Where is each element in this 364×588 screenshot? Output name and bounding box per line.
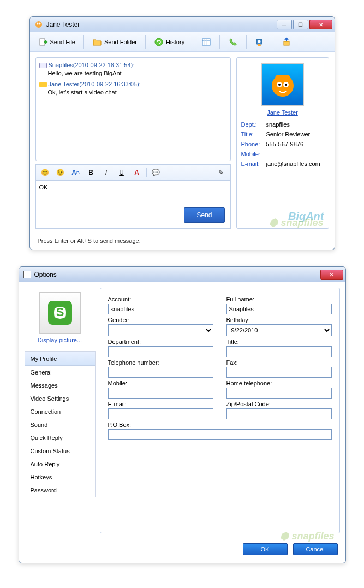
maximize-button[interactable]: ☐ — [293, 20, 308, 29]
dept-label: Dept.: — [241, 121, 266, 128]
nav-item-connection[interactable]: Connection — [25, 405, 95, 418]
telephone-input[interactable] — [108, 367, 213, 378]
gender-select[interactable]: - - — [108, 324, 213, 336]
mobile-value — [266, 151, 324, 157]
window-title: Options — [34, 271, 320, 278]
send-button[interactable]: Send — [184, 207, 224, 223]
title-label: Title: — [241, 131, 266, 138]
svg-point-18 — [285, 84, 287, 86]
message-history[interactable]: Snapfiles(2010-09-22 16:31:54): Hello, w… — [35, 57, 231, 161]
zip-input[interactable] — [226, 408, 332, 419]
upload-icon — [282, 37, 291, 47]
contact-name-link[interactable]: Jane Tester — [241, 109, 324, 116]
separator — [246, 35, 247, 49]
message: Snapfiles(2010-09-22 16:31:54): Hello, w… — [39, 61, 227, 78]
phone-label: Phone: — [241, 141, 266, 147]
font-button[interactable]: AB — [70, 167, 82, 178]
chat-bubble-button[interactable]: 💬 — [150, 167, 162, 178]
fax-input[interactable] — [226, 367, 332, 378]
svg-text:S: S — [56, 305, 64, 319]
font-color-button[interactable]: A — [131, 167, 143, 178]
signature-button[interactable]: ✎ — [215, 167, 227, 178]
envelope-icon — [39, 82, 47, 87]
send-folder-label: Send Folder — [104, 39, 137, 45]
zip-label: Zip/Postal Code: — [226, 401, 332, 407]
telephone-label: Telephone number: — [108, 359, 213, 366]
svg-rect-11 — [284, 41, 289, 45]
transfer-button[interactable] — [277, 34, 296, 50]
phone-icon — [228, 37, 238, 47]
nav-item-my-profile[interactable]: My Profile — [25, 352, 95, 366]
file-arrow-icon — [38, 37, 48, 47]
bubble-icon: 💬 — [152, 169, 160, 176]
sidebar: S Display picture... My Profile General … — [25, 288, 96, 533]
nav-item-general[interactable]: General — [25, 366, 95, 379]
fullname-label: Full name: — [226, 296, 332, 302]
wink-icon: 😉 — [56, 169, 64, 176]
history-label: History — [166, 39, 184, 45]
title-input[interactable] — [226, 346, 332, 357]
svg-point-14 — [284, 75, 290, 81]
ok-button[interactable]: OK — [243, 543, 288, 555]
send-file-button[interactable]: Send File — [33, 34, 80, 50]
voice-call-button[interactable] — [223, 34, 243, 50]
nav-item-video-settings[interactable]: Video Settings — [25, 392, 95, 405]
bold-button[interactable]: B — [85, 167, 97, 178]
separator — [145, 35, 146, 49]
nav-item-custom-status[interactable]: Custom Status — [25, 444, 95, 458]
mobile-label: Mobile: — [241, 151, 266, 157]
cancel-button[interactable]: Cancel — [293, 543, 338, 555]
svg-point-0 — [35, 21, 42, 28]
contact-panel: Jane Tester Dept.:snapfiles Title:Senior… — [236, 57, 329, 229]
envelope-icon — [39, 63, 47, 68]
nav-item-sound[interactable]: Sound — [25, 418, 95, 431]
department-label: Department: — [108, 338, 213, 345]
separator — [219, 35, 220, 49]
send-folder-button[interactable]: Send Folder — [87, 34, 142, 50]
nav-item-quick-reply[interactable]: Quick Reply — [25, 431, 95, 444]
svg-rect-5 — [202, 39, 210, 45]
close-button[interactable]: ✕ — [309, 20, 332, 29]
close-button[interactable]: ✕ — [320, 270, 343, 280]
underline-button[interactable]: U — [116, 167, 128, 178]
minimize-button[interactable]: ─ — [277, 20, 292, 29]
emoji-wink-button[interactable]: 😉 — [55, 167, 67, 178]
home-tel-input[interactable] — [226, 388, 332, 399]
dialog-buttons: OK Cancel — [19, 539, 345, 563]
profile-form: Account: Full name: Gender: - - Birthday… — [100, 288, 340, 533]
mobile-input[interactable] — [108, 388, 213, 399]
account-input[interactable] — [108, 304, 213, 314]
nav-list: My Profile General Messages Video Settin… — [25, 351, 96, 497]
display-picture-link[interactable]: Display picture... — [38, 337, 82, 343]
nav-item-auto-reply[interactable]: Auto Reply — [25, 458, 95, 471]
calendar-button[interactable] — [196, 34, 216, 50]
video-call-button[interactable] — [250, 34, 270, 50]
folder-icon — [92, 37, 102, 47]
message: Jane Tester(2010-09-22 16:33:05): Ok, le… — [39, 80, 227, 97]
brand-watermark: BigAnt — [241, 210, 324, 223]
format-toolbar: 😊 😉 AB B I U A 💬 ✎ — [35, 164, 231, 181]
department-input[interactable] — [108, 346, 213, 357]
svg-point-17 — [278, 84, 281, 86]
pen-icon: ✎ — [218, 169, 224, 176]
svg-point-4 — [155, 38, 163, 46]
birthday-select[interactable]: 9/22/2010 — [226, 324, 332, 336]
svg-point-13 — [275, 75, 282, 81]
nav-item-hotkeys[interactable]: Hotkeys — [25, 471, 95, 484]
svg-point-1 — [37, 23, 38, 25]
message-input[interactable]: OK — [39, 184, 227, 191]
smiley-icon: 😊 — [41, 169, 49, 176]
emoji-button[interactable]: 😊 — [39, 167, 51, 178]
titlebar: Options ✕ — [19, 267, 345, 282]
history-button[interactable]: History — [149, 34, 189, 50]
nav-item-password[interactable]: Password — [25, 484, 95, 497]
window-title: Jane Tester — [46, 21, 276, 28]
separator — [193, 35, 193, 49]
italic-button[interactable]: I — [100, 167, 112, 178]
nav-item-messages[interactable]: Messages — [25, 379, 95, 392]
fullname-input[interactable] — [226, 304, 332, 314]
email-input[interactable] — [108, 408, 213, 419]
birthday-label: Birthday: — [226, 317, 332, 323]
pobox-input[interactable] — [108, 429, 332, 440]
message-input-area[interactable]: OK Send — [35, 181, 231, 229]
